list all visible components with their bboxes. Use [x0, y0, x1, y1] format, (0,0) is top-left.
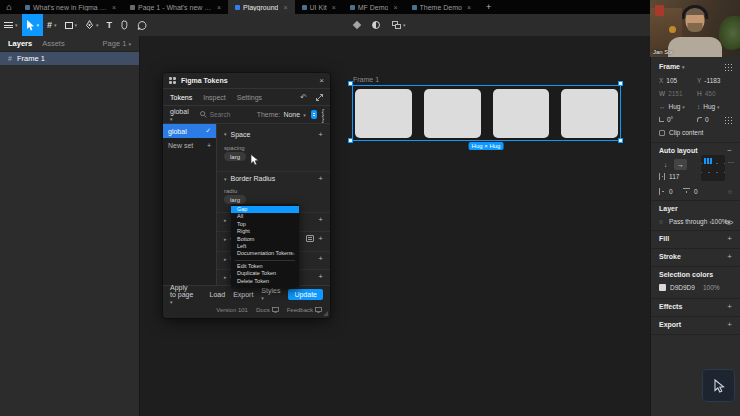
- add-stroke-button[interactable]: +: [727, 252, 732, 261]
- individual-padding-icon[interactable]: ○: [728, 188, 732, 195]
- apply-to-page-dropdown[interactable]: Apply to page ▾: [170, 284, 194, 305]
- eye-icon[interactable]: [724, 219, 734, 226]
- mask-icon[interactable]: [372, 21, 380, 29]
- menu-item-delete-token[interactable]: Delete Token: [231, 278, 299, 285]
- styles-dropdown[interactable]: Styles ▾: [261, 287, 280, 301]
- direction-horizontal-button[interactable]: →: [674, 159, 687, 170]
- x-position-field[interactable]: X105: [659, 77, 677, 84]
- token-set-dropdown[interactable]: global ▾: [170, 108, 189, 122]
- menu-item-duplicate-token[interactable]: Duplicate Token: [231, 270, 299, 277]
- pen-tool-button[interactable]: ▾: [81, 14, 103, 36]
- remove-auto-layout-button[interactable]: −: [727, 146, 732, 155]
- blend-mode-dropdown[interactable]: Pass through ▾: [669, 218, 712, 225]
- corner-radius-field[interactable]: 0: [697, 116, 709, 123]
- selection-handle-bottom-left[interactable]: [348, 138, 353, 143]
- add-token-icon[interactable]: +: [318, 272, 323, 281]
- move-tool-button[interactable]: ▾: [22, 14, 44, 36]
- direction-vertical-button[interactable]: ↓: [659, 159, 672, 170]
- independent-corners-icon[interactable]: [724, 116, 732, 124]
- frame-title-label[interactable]: Frame 1: [353, 76, 379, 83]
- frame-tool-button[interactable]: # ▾: [43, 14, 61, 36]
- selection-handle-top-right[interactable]: [618, 81, 623, 86]
- add-export-button[interactable]: +: [727, 320, 732, 329]
- token-view-toggle-icon[interactable]: [311, 110, 317, 119]
- file-tab-page1[interactable]: Page 1 - What's new in Figma Token... ×: [123, 0, 228, 14]
- close-tab-icon[interactable]: ×: [217, 4, 221, 11]
- plugin-tab-inspect[interactable]: Inspect: [203, 94, 226, 101]
- vertical-padding-field[interactable]: 0: [683, 188, 698, 195]
- menu-item-edit-token[interactable]: Edit Token: [231, 263, 299, 270]
- add-token-icon[interactable]: +: [318, 130, 323, 139]
- horizontal-resizing-dropdown[interactable]: ↔Hug ▾: [659, 103, 685, 110]
- add-token-icon[interactable]: +: [318, 174, 323, 183]
- gap-field[interactable]: 117: [659, 173, 679, 180]
- tab-layers[interactable]: Layers: [8, 39, 32, 48]
- plugin-tab-tokens[interactable]: Tokens: [170, 94, 192, 101]
- add-token-icon[interactable]: +: [318, 254, 323, 263]
- file-tab-whats-new[interactable]: What's new in Figma Tokens and wh... ×: [18, 0, 123, 14]
- menu-item-left[interactable]: Left: [231, 243, 299, 250]
- close-plugin-icon[interactable]: ×: [319, 76, 324, 85]
- menu-item-top[interactable]: Top: [231, 221, 299, 228]
- file-tab-mf-demo[interactable]: MF Demo ×: [343, 0, 405, 14]
- layer-row-frame-1[interactable]: # Frame 1: [0, 52, 139, 65]
- more-options-icon[interactable]: [724, 63, 732, 71]
- menu-item-gap[interactable]: Gap: [231, 206, 299, 213]
- selection-handle-bottom-right[interactable]: [618, 138, 623, 143]
- close-tab-icon[interactable]: ×: [332, 4, 336, 11]
- selection-color-row[interactable]: D9D9D9: [659, 284, 695, 291]
- close-tab-icon[interactable]: ×: [283, 4, 287, 11]
- load-button[interactable]: Load: [210, 291, 226, 298]
- rectangle-layer[interactable]: [424, 89, 481, 138]
- frame-1[interactable]: [352, 85, 621, 141]
- selection-handle-top-left[interactable]: [348, 81, 353, 86]
- main-menu-button[interactable]: ▾: [0, 14, 22, 36]
- rotation-field[interactable]: 0°: [659, 116, 673, 123]
- component-icon[interactable]: [353, 21, 361, 29]
- selection-type-dropdown[interactable]: Frame ▾: [659, 63, 684, 70]
- token-section-border-radius[interactable]: ▾ Border Radius +: [217, 171, 330, 185]
- home-icon[interactable]: ⌂: [0, 0, 18, 14]
- add-token-icon[interactable]: +: [318, 215, 323, 224]
- page-selector[interactable]: Page 1 ▾: [103, 39, 131, 48]
- shape-tool-button[interactable]: ▾: [61, 14, 82, 36]
- plugin-title-bar[interactable]: Figma Tokens ×: [163, 73, 330, 89]
- height-field[interactable]: H450: [697, 90, 716, 97]
- close-tab-icon[interactable]: ×: [112, 4, 116, 11]
- feedback-link[interactable]: Feedback: [287, 307, 322, 313]
- add-fill-button[interactable]: +: [727, 234, 732, 243]
- new-set-button[interactable]: New set +: [163, 138, 216, 152]
- color-swatch[interactable]: [659, 284, 666, 291]
- menu-item-right[interactable]: Right: [231, 228, 299, 235]
- plugin-tab-settings[interactable]: Settings: [237, 94, 262, 101]
- rectangle-layer[interactable]: [355, 89, 412, 138]
- docs-link[interactable]: Docs: [256, 307, 279, 313]
- alignment-grid[interactable]: [701, 155, 725, 181]
- clip-content-checkbox[interactable]: Clip content: [659, 129, 703, 136]
- token-chip[interactable]: larg: [224, 195, 246, 204]
- text-tool-button[interactable]: T: [103, 14, 117, 36]
- token-chip[interactable]: larg: [224, 152, 246, 161]
- horizontal-padding-field[interactable]: 0: [659, 188, 673, 195]
- selection-color-opacity[interactable]: 100%: [703, 284, 720, 291]
- theme-dropdown[interactable]: Theme: None ▾: [257, 111, 306, 118]
- menu-item-all[interactable]: All: [231, 213, 299, 220]
- resize-window-icon[interactable]: [316, 94, 323, 101]
- file-tab-ui-kit[interactable]: UI Kit ×: [295, 0, 343, 14]
- close-tab-icon[interactable]: ×: [467, 4, 471, 11]
- export-button[interactable]: Export: [233, 291, 253, 298]
- new-tab-button[interactable]: +: [478, 0, 499, 14]
- update-button[interactable]: Update: [288, 289, 323, 300]
- y-position-field[interactable]: Y-1183: [697, 77, 721, 84]
- rectangle-layer[interactable]: [493, 89, 550, 138]
- rectangle-layer[interactable]: [561, 89, 618, 138]
- undo-icon[interactable]: ↶: [300, 93, 307, 102]
- blend-mode-icon[interactable]: ○: [659, 218, 663, 225]
- json-view-icon[interactable]: { }: [322, 108, 323, 122]
- search-input[interactable]: [210, 111, 252, 118]
- hand-tool-button[interactable]: [116, 14, 133, 36]
- vertical-resizing-dropdown[interactable]: ↕Hug ▾: [697, 103, 720, 110]
- add-token-icon[interactable]: +: [318, 234, 323, 243]
- menu-item-documentation-tokens[interactable]: Documentation Tokens›: [231, 250, 299, 257]
- comment-tool-button[interactable]: [133, 14, 151, 36]
